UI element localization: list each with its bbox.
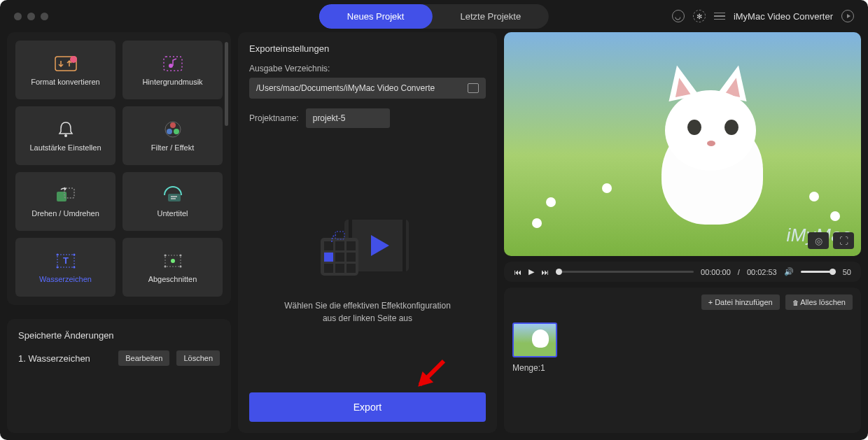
svg-rect-32	[402, 224, 406, 228]
svg-rect-11	[168, 194, 181, 201]
svg-point-7	[174, 129, 179, 134]
time-total: 00:02:53	[747, 268, 777, 276]
fullscreen-button[interactable]: ⛶	[833, 232, 854, 249]
svg-point-23	[171, 259, 175, 263]
folder-icon[interactable]	[468, 83, 479, 93]
color-wheel-icon	[161, 120, 185, 139]
saved-changes-title: Speicherte Änderungen	[18, 330, 220, 341]
queue-panel: + Datei hinzufügen 🗑 Alles löschen Menge…	[504, 288, 861, 433]
tile-rotate-flip[interactable]: Drehen / Umdrehen	[15, 172, 115, 231]
project-name-input[interactable]	[306, 108, 390, 128]
svg-rect-46	[346, 264, 356, 273]
settings-icon[interactable]: ✻	[693, 10, 706, 22]
menu-icon[interactable]	[714, 13, 725, 20]
help-text: Wählen Sie die effektiven Effektkonfigur…	[284, 299, 451, 325]
svg-point-21	[164, 266, 166, 268]
bell-icon	[54, 120, 78, 139]
change-row: 1. Wasserzeichen Bearbeiten Löschen	[18, 350, 220, 366]
project-name-label: Projektname:	[249, 113, 299, 123]
volume-icon[interactable]: 🔊	[784, 267, 794, 276]
tile-crop[interactable]: Abgeschnitten	[122, 238, 223, 297]
svg-point-20	[179, 255, 181, 257]
svg-point-4	[64, 134, 67, 137]
tile-watermark[interactable]: T Wasserzeichen	[15, 238, 115, 297]
convert-icon	[54, 54, 78, 73]
scrollbar[interactable]	[225, 42, 228, 126]
svg-rect-38	[324, 241, 333, 250]
tile-label: Drehen / Umdrehen	[31, 209, 99, 218]
illustration-icon	[315, 217, 420, 285]
svg-rect-34	[402, 241, 406, 245]
tile-label: Format konvertieren	[31, 78, 99, 86]
queue-thumbnail[interactable]	[512, 322, 557, 357]
account-icon[interactable]: ◡	[672, 10, 685, 22]
tile-filter-effect[interactable]: Filter / Effekt	[122, 106, 223, 165]
snapshot-button[interactable]: ◎	[808, 232, 829, 249]
output-dir-field[interactable]: /Users/mac/Documents/iMyMac Video Conver…	[249, 78, 486, 99]
tile-bg-music[interactable]: Hintergrundmusik	[122, 41, 223, 99]
prev-button[interactable]: ⏮	[514, 268, 522, 276]
next-button[interactable]: ⏭	[541, 268, 549, 276]
volume-value: 50	[843, 268, 851, 276]
subtitle-icon	[161, 185, 185, 205]
svg-rect-40	[346, 241, 356, 250]
maximize-dot[interactable]	[41, 13, 48, 20]
queue-count: Menge:1	[512, 363, 853, 373]
time-current: 00:00:00	[701, 268, 731, 276]
window-controls[interactable]	[14, 13, 48, 20]
minimize-dot[interactable]	[27, 13, 35, 20]
play-icon[interactable]	[841, 10, 854, 22]
player-bar: ⏮ ▶ ⏭ 00:00:00 / 00:02:53 🔊 50	[504, 262, 861, 282]
svg-point-3	[169, 64, 173, 68]
svg-rect-28	[349, 232, 352, 236]
tile-label: Lautstärke Einstellen	[29, 143, 101, 152]
app-title: iMyMac Video Converter	[734, 11, 833, 22]
svg-rect-44	[324, 264, 333, 273]
add-file-button[interactable]: + Datei hinzufügen	[701, 294, 780, 310]
music-icon	[161, 54, 185, 73]
svg-point-16	[73, 267, 75, 269]
tile-subtitle[interactable]: Untertitel	[122, 172, 223, 231]
time-sep: /	[738, 268, 740, 276]
tab-recent-projects[interactable]: Letzte Projekte	[432, 4, 549, 29]
svg-rect-9	[57, 192, 66, 201]
tile-label: Untertitel	[157, 209, 188, 218]
video-preview: iMyMac ◎ ⛶	[504, 32, 861, 256]
export-panel: Exporteinstellungen Ausgabe Verzeichnis:…	[238, 32, 497, 433]
export-button[interactable]: Export	[249, 392, 486, 422]
edit-button[interactable]: Bearbeiten	[118, 350, 169, 366]
saved-changes-panel: Speicherte Änderungen 1. Wasserzeichen B…	[7, 319, 231, 433]
svg-rect-35	[402, 249, 406, 253]
svg-rect-33	[402, 232, 406, 236]
seek-bar[interactable]	[556, 271, 694, 273]
top-tabs: Neues Projekt Letzte Projekte	[319, 4, 549, 29]
video-frame[interactable]: iMyMac	[504, 32, 861, 256]
output-dir-label: Ausgabe Verzeichnis:	[249, 64, 486, 73]
svg-rect-43	[346, 253, 356, 262]
svg-text:T: T	[63, 255, 69, 266]
clear-all-button[interactable]: 🗑 Alles löschen	[785, 294, 853, 310]
tile-label: Wasserzeichen	[39, 275, 92, 283]
svg-rect-42	[335, 253, 344, 262]
tile-label: Abgeschnitten	[148, 275, 197, 283]
volume-slider[interactable]	[801, 271, 836, 273]
svg-point-15	[56, 267, 58, 269]
tile-label: Hintergrundmusik	[142, 78, 202, 86]
svg-point-14	[73, 254, 75, 256]
svg-rect-27	[349, 224, 352, 228]
tile-format-convert[interactable]: Format konvertieren	[15, 41, 115, 99]
tab-new-project[interactable]: Neues Projekt	[319, 4, 433, 29]
change-label: 1. Wasserzeichen	[18, 353, 90, 364]
svg-point-22	[179, 266, 181, 268]
svg-rect-36	[402, 257, 406, 262]
svg-rect-39	[335, 241, 344, 250]
svg-point-19	[164, 255, 166, 257]
export-title: Exporteinstellungen	[249, 43, 486, 54]
svg-rect-47	[324, 253, 333, 262]
delete-change-button[interactable]: Löschen	[176, 350, 220, 366]
tile-volume[interactable]: Lautstärke Einstellen	[15, 106, 115, 165]
svg-point-13	[56, 254, 58, 256]
play-button[interactable]: ▶	[528, 267, 534, 276]
close-dot[interactable]	[14, 13, 22, 20]
watermark-icon: T	[54, 251, 78, 271]
